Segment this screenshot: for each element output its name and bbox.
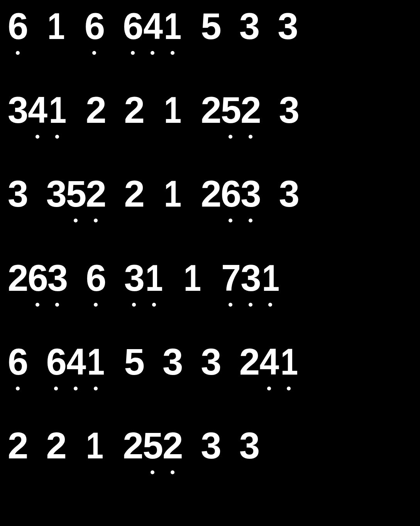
digit-numeral: 3 — [46, 175, 66, 212]
notation-digit: 2 — [86, 92, 105, 129]
notation-token: 1 — [85, 427, 104, 464]
digit-numeral: 3 — [240, 260, 260, 297]
notation-digit: 6 — [46, 343, 66, 380]
digit-numeral: 3 — [8, 92, 27, 129]
underdot-icon — [131, 51, 135, 55]
digit-numeral: 2 — [240, 92, 260, 129]
digit-numeral: 5 — [221, 92, 240, 129]
notation-digit: 3 — [240, 175, 260, 212]
notation-digit: 3 — [239, 8, 259, 45]
digit-numeral: 2 — [8, 427, 27, 464]
digit-numeral: 2 — [201, 92, 220, 129]
underdot-icon — [171, 470, 174, 474]
digit-numeral: 5 — [201, 8, 220, 45]
notation-digit: 3 — [8, 92, 27, 129]
digit-numeral: 1 — [164, 175, 181, 212]
notation-digit: 1 — [163, 175, 182, 212]
notation-token: 2 — [124, 92, 144, 129]
notation-digit: 1 — [144, 260, 164, 297]
notation-digit: 4 — [66, 343, 86, 380]
notation-digit: 3 — [8, 175, 27, 212]
notation-digit: 2 — [163, 427, 182, 464]
digit-numeral: 3 — [239, 8, 259, 45]
digit-numeral: 1 — [164, 8, 181, 45]
notation-digit: 3 — [278, 8, 297, 45]
notation-digit: 5 — [143, 427, 163, 464]
digit-numeral: 1 — [146, 260, 163, 297]
notation-row: 3352212633 — [8, 175, 412, 212]
digit-numeral: 3 — [201, 427, 220, 464]
underdot-icon — [94, 303, 98, 307]
digit-numeral: 1 — [262, 260, 279, 297]
notation-digit: 1 — [261, 260, 280, 297]
notation-digit: 5 — [124, 343, 144, 380]
notation-token: 6 — [85, 8, 104, 45]
underdot-icon — [55, 303, 59, 307]
digit-numeral: 2 — [46, 427, 66, 464]
notation-digit: 1 — [279, 343, 299, 380]
digit-numeral: 1 — [86, 427, 103, 464]
notation-token: 352 — [46, 175, 105, 212]
notation-token: 1 — [163, 92, 182, 129]
underdot-icon — [92, 51, 96, 55]
underdot-icon — [94, 219, 98, 222]
digit-numeral: 6 — [86, 260, 105, 297]
notation-row: 3412212523 — [8, 92, 412, 129]
underdot-icon — [229, 135, 232, 139]
underdot-icon — [229, 303, 232, 307]
digit-numeral: 6 — [46, 343, 66, 380]
digit-numeral: 5 — [66, 175, 86, 212]
notation-token: 252 — [123, 427, 182, 464]
underdot-icon — [249, 219, 252, 222]
notation-digit: 6 — [85, 8, 104, 45]
digit-numeral: 4 — [28, 92, 47, 129]
digit-numeral: 2 — [8, 260, 27, 297]
digit-numeral: 3 — [47, 260, 67, 297]
notation-digit: 2 — [8, 260, 27, 297]
digit-numeral: 1 — [47, 8, 64, 45]
notation-digit: 2 — [201, 175, 220, 212]
digit-numeral: 2 — [124, 92, 144, 129]
digit-numeral: 4 — [66, 343, 85, 380]
digit-numeral: 3 — [163, 343, 182, 380]
notation-token: 2 — [86, 92, 105, 129]
notation-digit: 3 — [201, 343, 220, 380]
notation-digit: 2 — [124, 92, 144, 129]
notation-token: 3 — [201, 427, 220, 464]
notation-token: 3 — [239, 8, 259, 45]
notation-digit: 4 — [27, 92, 47, 129]
notation-digit: 3 — [47, 260, 67, 297]
notation-digit: 2 — [240, 92, 260, 129]
notation-digit: 3 — [279, 92, 299, 129]
notation-token: 1 — [182, 260, 202, 297]
digit-numeral: 6 — [221, 175, 240, 212]
notation-token: 3 — [278, 8, 297, 45]
underdot-icon — [74, 219, 78, 222]
notation-token: 5 — [124, 343, 144, 380]
notation-token: 3 — [163, 343, 182, 380]
notation-digit: 6 — [8, 343, 27, 380]
underdot-icon — [229, 219, 232, 222]
digit-numeral: 3 — [279, 175, 299, 212]
digit-numeral: 3 — [201, 343, 220, 380]
notation-digit: 2 — [8, 427, 27, 464]
notation-row: 616641533 — [8, 8, 412, 45]
digit-numeral: 4 — [143, 8, 162, 45]
notation-digit: 3 — [201, 427, 220, 464]
notation-digit: 3 — [279, 175, 299, 212]
digit-numeral: 1 — [280, 343, 297, 380]
digit-numeral: 2 — [163, 427, 182, 464]
notation-digit: 4 — [143, 8, 163, 45]
digit-numeral: 2 — [123, 427, 142, 464]
notation-digit: 6 — [221, 175, 240, 212]
underdot-icon — [268, 303, 272, 307]
notation-digit: 2 — [201, 92, 220, 129]
notation-digit: 1 — [163, 92, 182, 129]
underdot-icon — [16, 387, 20, 390]
underdot-icon — [132, 303, 136, 307]
digit-numeral: 6 — [27, 260, 47, 297]
notation-token: 3 — [201, 343, 220, 380]
notation-digit: 2 — [239, 343, 259, 380]
digit-numeral: 3 — [124, 260, 144, 297]
digit-numeral: 1 — [87, 343, 104, 380]
